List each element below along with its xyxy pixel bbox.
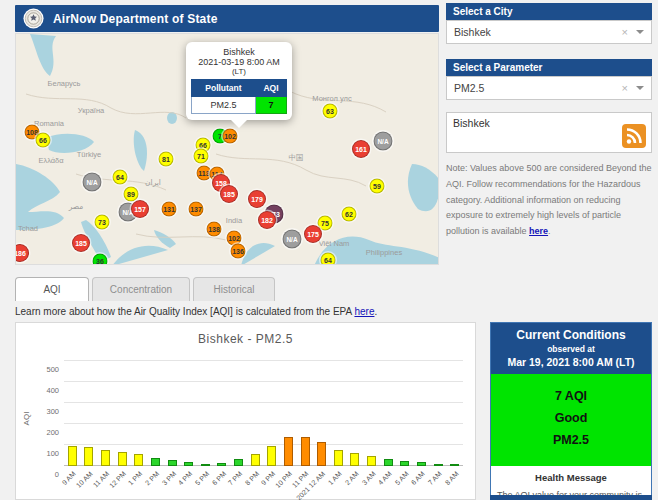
tab-historical[interactable]: Historical: [193, 277, 275, 301]
chart-bar-slot: 3 AM: [363, 361, 380, 466]
select-city-panel: Select a City Bishkek ×: [446, 3, 652, 44]
aqi-status-block: 7 AQI Good PM2.5: [491, 374, 651, 466]
chart-bar: [68, 446, 77, 466]
observed-at-label: observed at: [493, 344, 649, 354]
map-country-label: Монгол улс: [312, 94, 351, 103]
city-select[interactable]: Bishkek ×: [446, 20, 652, 44]
chart-bar-slot: 5 PM: [197, 361, 214, 466]
tab-concentration[interactable]: Concentration: [92, 277, 190, 301]
chevron-down-icon[interactable]: [636, 30, 644, 38]
y-axis-tick: 0: [55, 470, 59, 479]
x-axis-tick: 11 AM: [92, 470, 111, 489]
chart-bar: [417, 462, 426, 466]
popup-city: Bishkek: [191, 47, 287, 57]
clear-icon[interactable]: ×: [622, 26, 628, 38]
map-country-label: Ελλάδα: [38, 156, 63, 165]
aqi-marker[interactable]: 182: [258, 211, 276, 229]
x-axis-tick: 1 AM: [327, 470, 343, 486]
aqi-marker[interactable]: 185: [72, 234, 90, 252]
map-country-label: مصر: [69, 202, 84, 211]
chart-bar-slot: 1 PM: [131, 361, 148, 466]
aqi-marker[interactable]: 175: [304, 225, 322, 243]
aqi-marker[interactable]: 73: [95, 215, 110, 230]
chart-bar: [284, 437, 293, 466]
chart-card: Bishkek - PM2.5 AQI 0100200300400500 9 A…: [15, 322, 476, 500]
chart-bar: [317, 442, 326, 466]
x-axis-tick: 2 AM: [344, 470, 360, 486]
chart-bar-slot: 2021 12 AM: [313, 361, 330, 466]
aqi-marker[interactable]: 137: [189, 202, 204, 217]
chevron-down-icon[interactable]: [636, 86, 644, 94]
y-axis-tick: 300: [46, 407, 59, 416]
parameter-select[interactable]: PM2.5 ×: [446, 76, 652, 100]
aqi-marker[interactable]: 161: [352, 140, 370, 158]
next-panel-header-strip: [490, 495, 652, 500]
y-axis-tick: 500: [46, 365, 59, 374]
aqi-marker[interactable]: 179: [248, 190, 266, 208]
note-here-link[interactable]: here: [529, 226, 548, 236]
chart-bar: [201, 464, 210, 466]
chart-bar-slot: 8 AM: [446, 361, 463, 466]
aqi-marker[interactable]: 62: [342, 207, 357, 222]
aqi-marker[interactable]: 157: [131, 200, 149, 218]
chart-bar-slot: 2 AM: [347, 361, 364, 466]
aqi-value-line: 7 AQI: [491, 386, 651, 408]
aqi-marker[interactable]: N/A: [83, 173, 102, 192]
epa-here-link[interactable]: here: [354, 306, 374, 317]
popup-datetime: 2021-03-19 8:00 AM: [191, 57, 287, 67]
clear-icon[interactable]: ×: [622, 82, 628, 94]
aqi-marker[interactable]: N/A: [374, 132, 393, 151]
aqi-marker[interactable]: N/A: [283, 230, 302, 249]
chart-bar: [334, 450, 343, 466]
aqi-marker[interactable]: 59: [370, 179, 385, 194]
map-country-label: Türkiye: [77, 150, 102, 159]
aqi-marker[interactable]: 102: [223, 129, 238, 144]
department-of-state-seal-icon: [23, 8, 44, 29]
learn-more-prefix: Learn more about how the Air Quality Ind…: [15, 306, 354, 317]
chart-bar: [367, 456, 376, 467]
aqi-marker[interactable]: 64: [321, 253, 336, 266]
aqi-marker[interactable]: 71: [194, 149, 209, 164]
aqi-marker[interactable]: 36: [93, 254, 108, 266]
aqi-marker[interactable]: 66: [36, 133, 51, 148]
x-axis-tick: 7 AM: [427, 470, 443, 486]
chart-bar-slot: 9 AM: [64, 361, 81, 466]
aqi-category: Good: [491, 408, 651, 430]
aqi-marker[interactable]: 63: [323, 104, 338, 119]
beyond-aqi-note: Note: Values above 500 are considered Be…: [446, 161, 654, 240]
aqi-marker[interactable]: 81: [159, 152, 174, 167]
chart-bar: [267, 446, 276, 466]
x-axis-tick: 3 PM: [161, 470, 178, 487]
rss-icon[interactable]: [622, 124, 646, 148]
chart-bars: 9 AM10 AM11 AM12 PM1 PM2 PM3 PM4 PM5 PM6…: [64, 361, 463, 466]
chart-bar-slot: 5 AM: [397, 361, 414, 466]
tab-aqi[interactable]: AQI: [15, 277, 89, 301]
x-axis-tick: 4 PM: [177, 470, 194, 487]
chart-bar: [350, 453, 359, 466]
y-axis-tick: 200: [46, 428, 59, 437]
aqi-marker[interactable]: 185: [220, 185, 238, 203]
x-axis-tick: 10 AM: [75, 470, 94, 489]
popup-aqi-value: 7: [255, 97, 286, 114]
aqi-marker[interactable]: 131: [162, 202, 177, 217]
chart-title: Bishkek - PM2.5: [16, 332, 475, 346]
current-conditions-panel: Current Conditions observed at Mar 19, 2…: [490, 322, 652, 500]
current-conditions-header: Current Conditions observed at Mar 19, 2…: [491, 323, 651, 374]
aqi-marker[interactable]: 138: [207, 222, 222, 237]
current-conditions-title: Current Conditions: [493, 328, 649, 342]
aqi-marker[interactable]: 89: [124, 187, 139, 202]
learn-more-suffix: .: [374, 306, 377, 317]
aqi-pollutant: PM2.5: [491, 430, 651, 452]
aqi-marker[interactable]: 136: [231, 244, 246, 259]
x-axis-tick: 10 PM: [274, 470, 293, 489]
chart-bar-slot: 12 PM: [114, 361, 131, 466]
chart-bar: [450, 464, 459, 466]
x-axis-tick: 4 AM: [377, 470, 393, 486]
observed-datetime: Mar 19, 2021 8:00 AM (LT): [493, 356, 649, 368]
aqi-map[interactable]: БеларусьУкраїнаRomaniaTürkiyeΕλλάδαايران…: [15, 33, 439, 265]
map-country-label: 中国: [289, 153, 304, 163]
map-country-label: Tchad: [18, 224, 38, 233]
aqi-marker[interactable]: 64: [113, 170, 128, 185]
rss-feed-box: Bishkek: [446, 112, 652, 153]
y-axis-tick: 400: [46, 386, 59, 395]
